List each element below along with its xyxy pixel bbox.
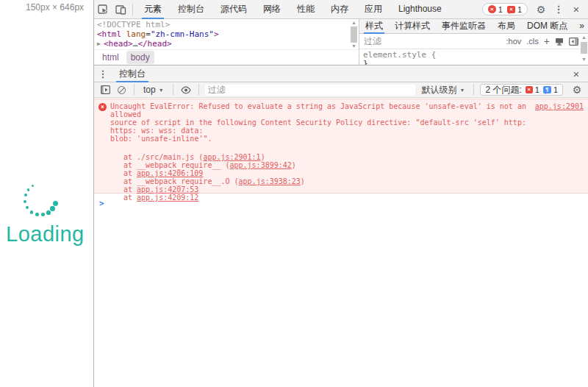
issues-badge-icon: ×	[507, 6, 515, 13]
source-location-link[interactable]: app.js:2901	[535, 102, 584, 143]
style-rule-element-style[interactable]: element.style { }	[359, 49, 588, 65]
issues-error-count: × 1	[526, 85, 539, 94]
device-toolbar-icon	[115, 4, 126, 15]
tab-network[interactable]: 网络	[255, 0, 289, 19]
elements-and-styles-region: <!DOCTYPE html> <html lang="zh-cmn-Hans"…	[94, 19, 588, 65]
scroll-down-icon[interactable]: ▼	[350, 43, 358, 49]
tab-console[interactable]: 控制台	[170, 0, 212, 19]
computed-sidebar-toggle-icon[interactable]	[569, 38, 578, 46]
console-filter-input[interactable]	[205, 85, 416, 96]
more-tabs-button[interactable]: »	[573, 19, 588, 34]
status-badges[interactable]: × 1 × 1	[482, 3, 528, 15]
issues-badge-icon: ¶	[543, 86, 551, 93]
console-settings-button[interactable]: ⚙	[570, 84, 584, 96]
drawer-menu-button[interactable]: ⋮	[94, 65, 112, 82]
close-icon: ×	[573, 68, 580, 80]
new-style-rule-button[interactable]: +	[544, 38, 550, 45]
scroll-up-icon[interactable]: ▲	[580, 35, 588, 40]
tab-sources[interactable]: 源代码	[212, 0, 255, 19]
chevron-down-icon: ▼	[159, 88, 164, 93]
dom-node-head[interactable]: ▶<head>…</head>	[97, 39, 349, 49]
source-link[interactable]: app.js:4206:109	[137, 169, 203, 177]
console-sidebar-button[interactable]	[98, 84, 112, 96]
clear-console-icon	[118, 86, 126, 94]
error-level-icon: ×	[98, 103, 107, 111]
styles-filter-row: :hov .cls +	[359, 34, 588, 49]
stack-frame: at __webpack_require__ (app.js:3899:42)	[123, 161, 588, 169]
scrollbar-thumb[interactable]	[351, 26, 357, 43]
execution-context-selector[interactable]: top ▼	[140, 85, 167, 95]
loading-text: Loading	[6, 222, 85, 246]
toolbar-separator	[473, 84, 474, 96]
issues-info-count: ¶ 1	[543, 85, 558, 94]
tab-console-drawer[interactable]: 控制台	[112, 65, 153, 82]
scrollbar-thumb[interactable]	[581, 42, 587, 54]
error-badge-icon: ×	[488, 5, 496, 13]
screenshot-root: 150px × 646px Loading 元素 控制台 源代码 网络 性能 内…	[0, 0, 588, 387]
console-toolbar: top ▼ 默认级别 ▼ 2 个问题:	[94, 82, 588, 98]
stack-frame: at app.js:4206:109	[123, 169, 588, 177]
clear-console-button[interactable]	[115, 84, 128, 96]
drawer-close-button[interactable]: ×	[567, 65, 585, 82]
toolbar-separator	[198, 84, 199, 96]
device-toolbar-button[interactable]	[112, 1, 129, 18]
toggle-element-state-button[interactable]: :hov	[506, 37, 522, 46]
elements-scrollbar[interactable]: ▲ ▼	[350, 20, 358, 49]
element-dimensions-tooltip: 150px × 646px	[26, 2, 84, 13]
gear-icon: ⚙	[573, 84, 582, 96]
tab-performance[interactable]: 性能	[289, 0, 323, 19]
error-text: Uncaught EvalError: Refused to evaluate …	[110, 102, 528, 143]
dom-node-doctype[interactable]: <!DOCTYPE html>	[97, 20, 349, 29]
dom-node-html[interactable]: <html lang="zh-cmn-Hans">	[97, 29, 349, 39]
source-link[interactable]: app.js:2901:1	[203, 153, 260, 161]
elements-panel: <!DOCTYPE html> <html lang="zh-cmn-Hans"…	[94, 19, 359, 65]
devtools-panel: 元素 控制台 源代码 网络 性能 内存 应用 Lighthouse × 1 × …	[93, 0, 588, 387]
styles-tabbar: 样式 计算样式 事件监听器 布局 DOM 断点 »	[359, 19, 588, 34]
loading-spinner	[18, 177, 63, 222]
close-icon: ×	[573, 3, 580, 15]
toolbar-separator	[134, 84, 135, 96]
tab-application[interactable]: 应用	[356, 0, 390, 19]
devtools-settings-button[interactable]: ⚙	[532, 1, 550, 18]
inspect-element-button[interactable]	[94, 1, 112, 18]
devtools-menu-button[interactable]: ⋮	[550, 1, 567, 18]
styles-scrollbar[interactable]: ▲ ▼	[580, 35, 588, 64]
breadcrumb: html body	[94, 49, 359, 65]
dom-tree[interactable]: <!DOCTYPE html> <html lang="zh-cmn-Hans"…	[94, 19, 349, 49]
tab-layout[interactable]: 布局	[492, 19, 521, 34]
tab-event-listeners[interactable]: 事件监听器	[436, 19, 492, 34]
styles-sidebar: 样式 计算样式 事件监听器 布局 DOM 断点 » :hov .cls +	[359, 19, 588, 65]
stack-frame: at app.js:4207:53	[123, 185, 588, 194]
devtools-close-button[interactable]: ×	[567, 1, 585, 18]
log-level-selector[interactable]: 默认级别 ▼	[418, 84, 467, 96]
console-prompt[interactable]: >	[94, 196, 588, 210]
toolbar-separator	[173, 84, 173, 96]
tab-elements[interactable]: 元素	[136, 0, 170, 19]
live-expression-button[interactable]	[179, 84, 193, 96]
console-drawer-header: ⋮ 控制台 ×	[94, 65, 588, 82]
console-sidebar-icon	[101, 85, 110, 94]
error-count-badge[interactable]: × 1	[488, 5, 503, 14]
styles-filter-input[interactable]	[364, 36, 501, 46]
element-classes-button[interactable]: .cls	[526, 37, 539, 46]
scroll-up-icon[interactable]: ▲	[350, 20, 358, 26]
source-link[interactable]: app.js:3938:23	[239, 177, 301, 185]
rendering-emulation-icon[interactable]	[555, 38, 564, 46]
source-link[interactable]: app.js:4207:53	[137, 185, 198, 194]
breadcrumb-html[interactable]: html	[98, 51, 123, 64]
toolbar-separator	[132, 4, 133, 15]
disclosure-triangle-icon[interactable]: ▶	[97, 39, 104, 49]
scroll-down-icon[interactable]: ▼	[580, 57, 588, 63]
breadcrumb-body[interactable]: body	[126, 51, 154, 64]
issues-counter[interactable]: 2 个问题: × 1 ¶ 1	[480, 84, 563, 96]
tab-memory[interactable]: 内存	[323, 0, 356, 19]
error-badge-icon: ×	[526, 86, 533, 93]
tab-dom-breakpoints[interactable]: DOM 断点	[521, 19, 573, 34]
issue-count-badge[interactable]: × 1	[507, 5, 522, 14]
tab-lighthouse[interactable]: Lighthouse	[390, 0, 450, 19]
source-link[interactable]: app.js:3899:42	[230, 161, 292, 169]
console-error-message: × Uncaught EvalError: Refused to evaluat…	[94, 99, 588, 194]
stack-frame: at __webpack_require__.O (app.js:3938:23…	[123, 177, 588, 185]
tab-styles[interactable]: 样式	[359, 19, 389, 34]
tab-computed[interactable]: 计算样式	[389, 19, 436, 34]
